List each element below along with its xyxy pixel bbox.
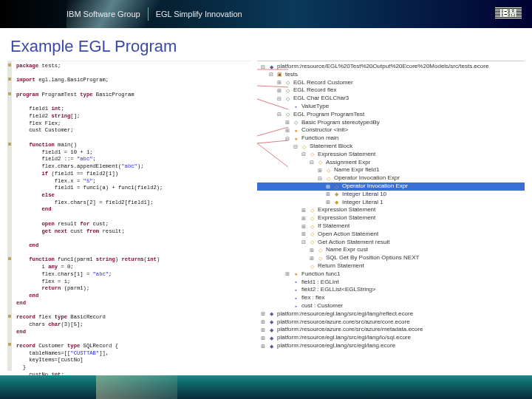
tree-row[interactable]: ⊞◆platform:/resource/egl.lang/src/egl/la… [257, 342, 525, 350]
collapse-icon[interactable]: ⊟ [301, 239, 307, 245]
code-line: end [13, 293, 253, 300]
tree-label: EGL Char EGLChar3 [293, 95, 349, 103]
expand-icon[interactable]: ⊞ [325, 191, 331, 197]
tree-label: Assignment Expr [326, 159, 370, 167]
tree-row[interactable]: ⊞●Constructor <init> [257, 126, 525, 134]
tree-row[interactable]: ⊞◇EGL Record Customer [257, 79, 525, 87]
expand-icon[interactable]: ⊞ [309, 248, 315, 253]
tree-row[interactable]: ⊞◆platform:/resource/azure.core/src/azur… [257, 326, 525, 334]
tree-label: Operator Invocation Expr [334, 174, 400, 183]
tree-row[interactable]: ⊞◆Integer Literal 10 [257, 191, 525, 199]
collapse-icon[interactable]: ⊟ [317, 176, 323, 182]
tree-row[interactable]: ▪ValueType [257, 103, 525, 111]
expand-icon[interactable]: ⊞ [276, 80, 282, 86]
cls-gold-icon: ◇ [333, 183, 340, 190]
collapse-icon[interactable]: ⊟ [293, 143, 299, 149]
twisty-none [284, 103, 290, 109]
expand-icon[interactable]: ⊞ [301, 216, 307, 222]
collapse-icon[interactable]: ⊟ [301, 151, 307, 157]
expand-icon[interactable]: ⊞ [260, 327, 266, 333]
outline-tree-pane[interactable]: ⊟◆platform:/resource/EGL%20Test%20Output… [257, 61, 525, 371]
cls-gold-icon: ◇ [309, 263, 316, 270]
code-line [13, 84, 253, 92]
tree-row[interactable]: ⊞◆platform:/resource/azure.core/src/azur… [257, 318, 525, 327]
expand-icon[interactable]: ⊞ [260, 335, 266, 341]
expand-icon[interactable]: ⊞ [284, 120, 290, 126]
content-area: package tests; import egl.lang.BasicProg… [0, 61, 532, 371]
tree-label: Name Expr field1 [334, 166, 379, 174]
expand-icon[interactable]: ⊞ [309, 256, 315, 262]
collapse-icon[interactable]: ⊟ [284, 136, 290, 142]
gutter-marker [8, 78, 11, 81]
tree-row[interactable]: ⊞◇Name Expr field1 [257, 166, 525, 174]
cls-gold-icon: ◇ [325, 175, 332, 182]
code-line [13, 307, 253, 314]
tree-label: Function func1 [301, 270, 340, 279]
tree-row[interactable]: ⊟◇Get Action Statement result [257, 239, 525, 247]
collapse-icon[interactable]: ⊟ [260, 64, 266, 69]
tree-row[interactable]: ⊞◇Basic Program stereotypedBy [257, 119, 525, 127]
tree-row[interactable]: ⊞●Function func1 [257, 270, 525, 279]
tree-row[interactable]: ⊞◇Open Action Statement [257, 231, 525, 239]
tree-label: Get Action Statement result [318, 239, 389, 247]
tree-row[interactable]: ⊟◇Assignment Expr [257, 159, 525, 167]
expand-icon[interactable]: ⊞ [260, 311, 266, 317]
header-divider [148, 7, 149, 21]
tree-row[interactable]: ⊟◇EGL Char EGLChar3 [257, 95, 525, 103]
twisty-none [284, 279, 290, 285]
collapse-icon[interactable]: ⊟ [309, 160, 315, 166]
code-line: else [13, 192, 253, 200]
tree-label: Constructor <init> [301, 126, 348, 134]
tree-row[interactable]: ▪cust : Customer [257, 302, 525, 310]
expand-icon[interactable]: ⊞ [260, 319, 266, 325]
tree-row[interactable]: ⊞◇Operator Invocation Expr [257, 183, 525, 191]
tree-row[interactable]: ⊞◇EGL Record flex [257, 86, 525, 95]
tree-row[interactable]: ◇Return Statement [257, 262, 525, 270]
code-line [13, 250, 253, 257]
tree-row[interactable]: ▪flex : flex [257, 294, 525, 302]
code-line: flex Flex; [13, 120, 253, 128]
tree-label: EGL Record Customer [293, 79, 353, 87]
expand-icon[interactable]: ⊞ [301, 231, 307, 237]
expand-icon[interactable]: ⊞ [260, 343, 266, 349]
code-line: flex.chars.appendElement("abc"); [13, 163, 253, 171]
tree-row[interactable]: ⊟◇Expression Statement [257, 151, 525, 159]
footer-bar [0, 375, 532, 399]
tree-row[interactable]: ▪field2 : EGLList<EGLString> [257, 286, 525, 294]
expand-icon[interactable]: ⊞ [276, 88, 282, 94]
tree-row[interactable]: ⊟●Function main [257, 134, 525, 143]
tree-row[interactable]: ⊞◆Integer Literal 1 [257, 199, 525, 207]
tree-row[interactable]: ⊟◇Operator Invocation Expr [257, 174, 525, 183]
model-icon: ◆ [268, 318, 275, 325]
tree-row[interactable]: ▪field1 : EGLInt [257, 279, 525, 287]
tree-row[interactable]: ⊞◇Name Expr cust [257, 246, 525, 254]
tree-label: Expression Statement [318, 206, 375, 214]
gutter-marker [8, 257, 11, 260]
collapse-icon[interactable]: ⊟ [268, 72, 274, 78]
code-line: return (parm1); [13, 285, 253, 293]
expand-icon[interactable]: ⊞ [325, 200, 331, 205]
tree-row[interactable]: ⊟◇Statement Block [257, 143, 525, 151]
collapse-icon[interactable]: ⊟ [276, 96, 282, 102]
expand-icon[interactable]: ⊞ [301, 208, 307, 214]
expand-icon[interactable]: ⊞ [317, 168, 323, 174]
code-line [13, 134, 253, 142]
tree-label: Expression Statement [318, 151, 375, 159]
tree-row[interactable]: ⊟◇EGL Program ProgramTest [257, 111, 525, 119]
tree-row[interactable]: ⊞◇SQL Get By Position Options NEXT [257, 254, 525, 262]
collapse-icon[interactable]: ⊟ [276, 112, 282, 117]
tree-row[interactable]: ⊞◆platform:/resource/egl.lang/src/egl/la… [257, 334, 525, 342]
tree-row[interactable]: ⊟◆platform:/resource/EGL%20Test%20Output… [257, 63, 525, 71]
tree-row[interactable]: ⊞◇If Statement [257, 222, 525, 231]
expand-icon[interactable]: ⊞ [284, 128, 290, 134]
expand-icon[interactable]: ⊞ [325, 183, 331, 189]
gutter-marker [8, 315, 11, 318]
tree-row[interactable]: ⊟▣tests [257, 71, 525, 79]
tree-row[interactable]: ⊞◇Expression Statement [257, 214, 525, 222]
code-line: field1 int; [13, 106, 253, 113]
tree-row[interactable]: ⊞◆platform:/resource/egl.lang/src/egl/la… [257, 310, 525, 318]
expand-icon[interactable]: ⊞ [301, 223, 307, 229]
tree-row[interactable]: ⊞◇Expression Statement [257, 206, 525, 214]
cls-icon: ◇ [284, 79, 291, 86]
expand-icon[interactable]: ⊞ [284, 271, 290, 277]
